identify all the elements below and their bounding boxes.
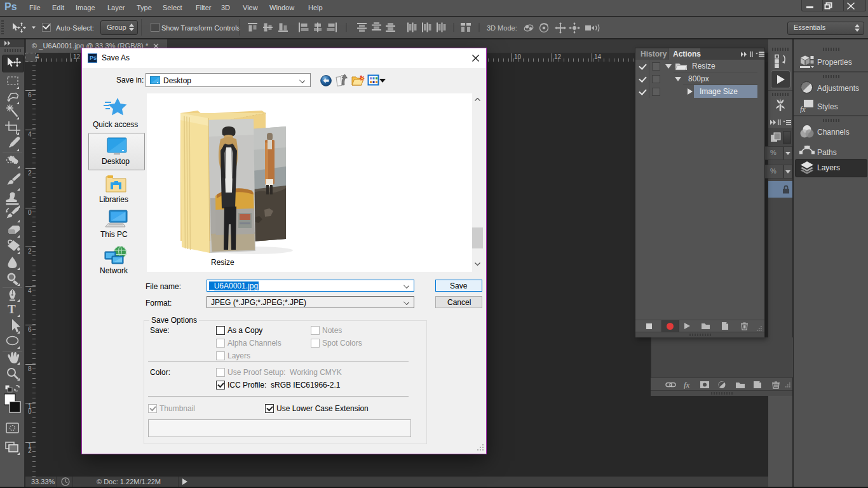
svg-text:T: T <box>8 302 16 316</box>
svg-text:fx: fx <box>684 381 690 389</box>
svg-text:fx: fx <box>800 105 806 113</box>
